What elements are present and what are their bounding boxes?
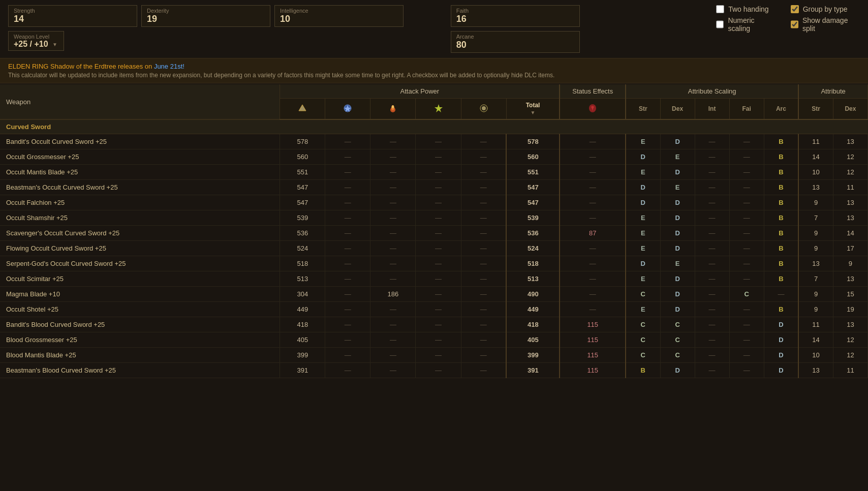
dex-scale-header: Dex bbox=[660, 99, 695, 120]
strength-label: Strength bbox=[14, 8, 132, 14]
light-icon-header bbox=[416, 99, 461, 120]
two-handing-checkbox[interactable] bbox=[716, 5, 724, 13]
table-row[interactable]: Occult Falchion +25547————547—DD——B913 bbox=[0, 195, 868, 210]
weapon-col-header: Weapon bbox=[0, 84, 280, 119]
svg-marker-0 bbox=[299, 105, 306, 111]
fai-scale-header: Fai bbox=[729, 99, 764, 120]
svg-marker-6 bbox=[435, 104, 443, 112]
svg-point-8 bbox=[482, 106, 486, 110]
group-row: Curved Sword bbox=[0, 119, 868, 134]
bleed-icon bbox=[588, 104, 597, 113]
table-row[interactable]: Bandit's Blood Curved Sword +25418————41… bbox=[0, 317, 868, 332]
dexterity-box: Dexterity bbox=[141, 5, 270, 27]
arc-scale-header: Arc bbox=[764, 99, 798, 120]
table-row[interactable]: Blood Mantis Blade +25399————399115CC——D… bbox=[0, 348, 868, 363]
show-damage-split-row: Show damage split bbox=[791, 16, 860, 33]
announcement-banner: ELDEN RING Shadow of the Erdtree release… bbox=[0, 58, 868, 83]
group-by-type-label[interactable]: Group by type bbox=[803, 5, 848, 13]
attribute-scaling-header: Attribute Scaling bbox=[626, 84, 798, 99]
holy-icon bbox=[479, 104, 488, 113]
table-row[interactable]: Bandit's Occult Curved Sword +25578————5… bbox=[0, 134, 868, 149]
faith-box: Faith bbox=[451, 5, 580, 27]
light-icon bbox=[434, 104, 443, 113]
fire-icon bbox=[388, 104, 397, 113]
numeric-scaling-row: Numeric scaling bbox=[716, 16, 776, 33]
show-damage-split-label[interactable]: Show damage split bbox=[802, 16, 860, 33]
phys-icon bbox=[298, 104, 307, 113]
mag-icon bbox=[343, 104, 352, 113]
arcane-label: Arcane bbox=[456, 34, 574, 40]
table-row[interactable]: Blood Grossmesser +25405————405115CC——D1… bbox=[0, 332, 868, 348]
int-scale-header: Int bbox=[695, 99, 729, 120]
arcane-input[interactable] bbox=[456, 40, 574, 50]
announcement-body: This calculator will be updated to inclu… bbox=[8, 72, 860, 79]
phys-icon-header bbox=[280, 99, 325, 120]
announcement-link[interactable]: June 21st! bbox=[154, 63, 184, 70]
intelligence-input[interactable] bbox=[280, 14, 398, 24]
options-group-2: Group by type Show damage split bbox=[791, 5, 860, 33]
announcement-headline: ELDEN RING Shadow of the Erdtree release… bbox=[8, 63, 860, 70]
dexterity-label: Dexterity bbox=[147, 8, 265, 14]
dexterity-input[interactable] bbox=[147, 14, 265, 24]
table-container: Weapon Attack Power Status Effects Attri… bbox=[0, 84, 868, 378]
intelligence-box: Intelligence bbox=[274, 5, 404, 27]
fire-icon-header bbox=[370, 99, 416, 120]
table-row[interactable]: Magma Blade +10304—186——490—CD—C—915 bbox=[0, 287, 868, 302]
str-scale-header: Str bbox=[626, 99, 660, 120]
group-by-type-row: Group by type bbox=[791, 5, 860, 13]
two-handing-label[interactable]: Two handing bbox=[728, 5, 768, 13]
faith-label: Faith bbox=[456, 8, 574, 14]
req-dex-header: Dex bbox=[833, 99, 867, 120]
table-row[interactable]: Occult Scimitar +25513————513—ED——B713 bbox=[0, 271, 868, 287]
two-handing-row: Two handing bbox=[716, 5, 776, 13]
faith-input[interactable] bbox=[456, 14, 574, 24]
numeric-scaling-checkbox[interactable] bbox=[716, 20, 724, 28]
weapon-level-label: Weapon Level bbox=[14, 34, 58, 40]
attack-power-header: Attack Power bbox=[280, 84, 560, 99]
intelligence-label: Intelligence bbox=[280, 8, 398, 14]
stat-group-2: Faith Arcane bbox=[451, 5, 702, 53]
table-row[interactable]: Serpent-God's Occult Curved Sword +25518… bbox=[0, 256, 868, 271]
weapons-table: Weapon Attack Power Status Effects Attri… bbox=[0, 84, 868, 378]
mag-icon-header bbox=[325, 99, 370, 120]
table-row[interactable]: Occult Mantis Blade +25551————551—ED——B1… bbox=[0, 165, 868, 180]
table-row[interactable]: Occult Shotel +25449————449—ED——B919 bbox=[0, 302, 868, 317]
arcane-box: Arcane bbox=[451, 31, 580, 53]
req-str-header: Str bbox=[798, 99, 833, 120]
svg-point-5 bbox=[392, 105, 394, 108]
weapon-level-select[interactable]: +25 / +10 +24 / +9 +20 / +8 bbox=[14, 40, 58, 48]
strength-box: Strength bbox=[8, 5, 137, 27]
top-controls: Strength Dexterity Intelligence Weapon L… bbox=[0, 0, 868, 58]
total-header: Total▼ bbox=[506, 99, 560, 120]
table-row[interactable]: Beastman's Occult Curved Sword +25547———… bbox=[0, 180, 868, 195]
weapon-level-box: Weapon Level +25 / +10 +24 / +9 +20 / +8 bbox=[8, 31, 64, 51]
status-effects-header: Status Effects bbox=[560, 84, 626, 99]
table-row[interactable]: Occult Shamshir +25539————539—ED——B713 bbox=[0, 210, 868, 226]
stat-group: Strength Dexterity Intelligence Weapon L… bbox=[8, 5, 445, 51]
table-body: Curved SwordBandit's Occult Curved Sword… bbox=[0, 119, 868, 378]
holy-icon-header bbox=[461, 99, 506, 120]
strength-input[interactable] bbox=[14, 14, 132, 24]
show-damage-split-checkbox[interactable] bbox=[791, 20, 798, 28]
table-row[interactable]: Flowing Occult Curved Sword +25524————52… bbox=[0, 241, 868, 256]
table-row[interactable]: Beastman's Blood Curved Sword +25391————… bbox=[0, 363, 868, 378]
weapon-level-wrapper[interactable]: +25 / +10 +24 / +9 +20 / +8 bbox=[14, 40, 58, 48]
group-by-type-checkbox[interactable] bbox=[791, 5, 799, 13]
table-row[interactable]: Occult Grossmesser +25560————560—DE——B14… bbox=[0, 149, 868, 165]
attribute-header: Attribute bbox=[798, 84, 867, 99]
column-group-header: Weapon Attack Power Status Effects Attri… bbox=[0, 84, 868, 99]
table-row[interactable]: Scavenger's Occult Curved Sword +25536——… bbox=[0, 226, 868, 241]
numeric-scaling-label[interactable]: Numeric scaling bbox=[728, 16, 776, 33]
options-group: Two handing Numeric scaling bbox=[716, 5, 776, 33]
status-icon-header bbox=[560, 99, 626, 120]
